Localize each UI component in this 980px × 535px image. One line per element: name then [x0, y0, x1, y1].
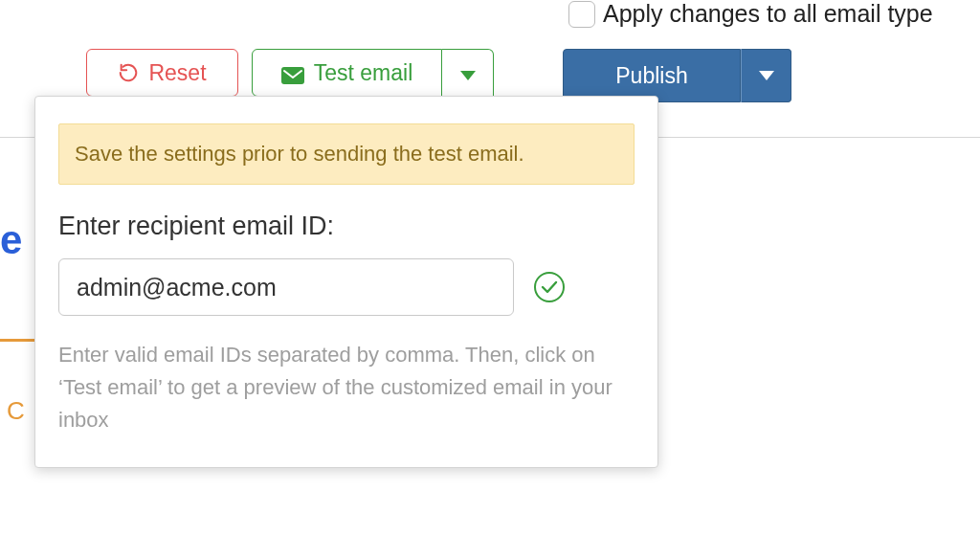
check-circle-icon: [533, 271, 566, 303]
warning-alert: Save the settings prior to sending the t…: [58, 123, 635, 185]
background-text-fragment: e: [0, 217, 22, 263]
test-email-button[interactable]: Test email: [252, 49, 442, 97]
test-email-dropdown-toggle[interactable]: [442, 49, 494, 102]
toolbar: Reset Test email Publish: [86, 49, 791, 102]
test-email-button-label: Test email: [314, 60, 413, 86]
email-icon: [281, 64, 304, 81]
recipient-help-text: Enter valid email IDs separated by comma…: [58, 339, 635, 436]
background-underline: [0, 339, 34, 342]
reset-button-label: Reset: [148, 60, 206, 86]
test-email-button-group: Test email: [252, 49, 494, 102]
background-orange-fragment: C: [7, 396, 25, 426]
svg-rect-0: [281, 67, 304, 84]
apply-all-checkbox[interactable]: [568, 1, 595, 28]
publish-button-group: Publish: [563, 49, 791, 102]
reset-button[interactable]: Reset: [86, 49, 238, 97]
chevron-down-icon: [759, 71, 774, 80]
publish-button-label: Publish: [615, 63, 687, 89]
recipient-field-label: Enter recipient email ID:: [58, 212, 635, 241]
recipient-email-input[interactable]: [58, 258, 514, 316]
warning-alert-text: Save the settings prior to sending the t…: [75, 142, 524, 166]
test-email-panel: Save the settings prior to sending the t…: [34, 96, 658, 468]
apply-all-label: Apply changes to all email type: [603, 0, 933, 28]
svg-point-1: [535, 273, 564, 301]
publish-button[interactable]: Publish: [563, 49, 741, 102]
reset-icon: [118, 62, 139, 83]
chevron-down-icon: [460, 71, 476, 80]
recipient-input-row: [58, 258, 635, 316]
publish-dropdown-toggle[interactable]: [741, 49, 791, 102]
apply-all-row: Apply changes to all email type: [568, 0, 933, 28]
